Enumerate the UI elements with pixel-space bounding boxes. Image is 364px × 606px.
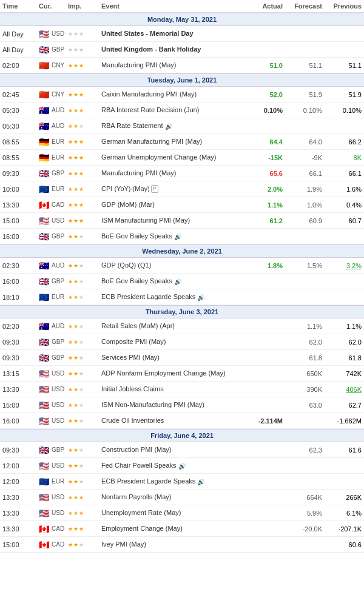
day-separator: Thursday, June 3, 2021 — [0, 305, 364, 318]
star-empty: ★ — [79, 542, 84, 548]
cell-event: Retail Sales (MoM) (Apr) — [100, 322, 248, 330]
cell-time: All Day — [1, 46, 38, 53]
cell-forecast: 62.0 — [284, 338, 323, 346]
cell-previous: 1.6% — [323, 186, 363, 193]
table-row: 15:00 🇺🇸 USD ★★★ISM Manufacturing PMI (M… — [0, 213, 364, 229]
cell-importance: ★★★ — [67, 234, 100, 240]
cell-currency: 🇺🇸 USD — [38, 385, 67, 394]
currency-code: GBP — [52, 338, 64, 345]
cell-currency: 🇬🇧 GBP — [38, 445, 67, 455]
cell-importance: ★★★ — [67, 186, 100, 192]
cell-forecast: 64.0 — [284, 138, 323, 146]
currency-code: GBP — [52, 233, 64, 240]
cell-previous: 1.1% — [323, 323, 363, 330]
cell-time: 09:30 — [1, 354, 38, 362]
cell-currency: 🇩🇪 EUR — [38, 137, 67, 147]
cell-time: 16:00 — [1, 278, 38, 285]
star-filled: ★ — [79, 107, 84, 113]
cell-currency: 🇬🇧 GBP — [38, 277, 67, 286]
star-empty: ★ — [79, 31, 84, 37]
speaker-icon: 🔊 — [174, 233, 180, 239]
star-filled: ★ — [73, 92, 78, 98]
cell-importance: ★★★ — [67, 278, 100, 284]
country-flag: 🇬🇧 — [39, 337, 49, 347]
cell-time: 12:00 — [1, 462, 38, 470]
country-flag: 🇬🇧 — [39, 232, 49, 241]
cell-time: 13:30 — [1, 494, 38, 501]
cell-time: 13:30 — [1, 201, 38, 209]
cell-previous: 0.4% — [323, 201, 363, 209]
table-row: 09:30 🇬🇧 GBP ★★★Services PMI (May)61.861… — [0, 350, 364, 366]
cell-event: ADP Nonfarm Employment Change (May) — [100, 369, 248, 377]
country-flag: 🇩🇪 — [39, 153, 49, 163]
star-filled: ★ — [68, 218, 73, 224]
cell-currency: 🇬🇧 GBP — [38, 169, 67, 178]
star-filled: ★ — [68, 107, 73, 113]
cell-currency: 🇺🇸 USD — [38, 400, 67, 410]
cell-time: 15:00 — [1, 541, 38, 548]
star-filled: ★ — [73, 263, 78, 269]
table-row: 16:00 🇺🇸 USD ★★★Crude Oil Inventories-2.… — [0, 413, 364, 429]
country-flag: 🇨🇦 — [39, 200, 49, 210]
cell-event: Composite PMI (May) — [100, 337, 248, 346]
star-filled: ★ — [68, 92, 73, 98]
cell-time: 08:55 — [1, 154, 38, 161]
star-empty: ★ — [79, 371, 84, 377]
cell-time: 18:10 — [1, 294, 38, 301]
cell-forecast: 51.1 — [284, 62, 323, 69]
star-filled: ★ — [73, 155, 78, 161]
cell-actual: 52.0 — [248, 91, 284, 98]
star-filled: ★ — [73, 139, 78, 145]
star-empty: ★ — [79, 402, 84, 408]
star-filled: ★ — [73, 202, 78, 208]
cell-actual: 1.8% — [248, 262, 284, 269]
table-row: 09:30 🇬🇧 GBP ★★★Manufacturing PMI (May)6… — [0, 166, 364, 181]
currency-code: EUR — [52, 478, 64, 485]
cell-previous: 66.1 — [323, 170, 363, 177]
star-filled: ★ — [79, 139, 84, 145]
currency-code: CNY — [52, 91, 64, 98]
cell-time: 05:30 — [1, 107, 38, 114]
star-empty: ★ — [73, 31, 78, 37]
country-flag: 🇺🇸 — [39, 461, 49, 471]
cell-currency: 🇨🇦 CAD — [38, 524, 67, 534]
country-flag: 🇺🇸 — [39, 385, 49, 394]
cell-time: 02:30 — [1, 262, 38, 269]
cell-time: 15:00 — [1, 217, 38, 224]
star-filled: ★ — [68, 170, 73, 177]
star-filled: ★ — [79, 170, 84, 177]
cell-event: Services PMI (May) — [100, 353, 248, 362]
country-flag: 🇪🇺 — [39, 184, 49, 194]
cell-forecast: 66.1 — [284, 170, 323, 177]
cell-actual: 51.0 — [248, 62, 284, 69]
cell-time: 02:30 — [1, 323, 38, 330]
calendar-body: Monday, May 31, 2021All Day 🇺🇸 USD ★★★Un… — [0, 13, 364, 553]
cell-importance: ★★★ — [67, 263, 100, 269]
cell-event: United Kingdom - Bank Holiday — [100, 45, 248, 53]
speaker-icon: 🔊 — [178, 462, 184, 468]
table-row: 13:30 🇺🇸 USD ★★★Nonfarm Payrolls (May)66… — [0, 490, 364, 505]
currency-code: GBP — [52, 170, 64, 177]
table-row: 13:30 🇺🇸 USD ★★★Unemployment Rate (May)5… — [0, 505, 364, 521]
cell-importance: ★★★ — [67, 339, 100, 345]
star-empty: ★ — [79, 123, 84, 129]
star-empty: ★ — [79, 418, 84, 424]
table-header: Time Cur. Imp. Event Actual Forecast Pre… — [0, 0, 364, 13]
table-row: All Day 🇬🇧 GBP ★★★United Kingdom - Bank … — [0, 42, 364, 58]
country-flag: 🇨🇳 — [39, 90, 49, 99]
cell-time: 02:45 — [1, 91, 38, 98]
country-flag: 🇦🇺 — [39, 106, 49, 115]
table-row: 12:00 🇺🇸 USD ★★★Fed Chair Powell Speaks … — [0, 458, 364, 474]
currency-code: AUD — [52, 107, 64, 113]
cell-currency: 🇪🇺 EUR — [38, 292, 67, 302]
currency-code: AUD — [52, 123, 64, 129]
star-filled: ★ — [79, 202, 84, 208]
cell-event: German Unemployment Change (May) — [100, 153, 248, 161]
cell-event: GDP (MoM) (Mar) — [100, 200, 248, 209]
cell-event: BoE Gov Bailey Speaks 🔊 — [100, 232, 248, 240]
star-filled: ★ — [68, 447, 73, 453]
cell-importance: ★★★ — [67, 107, 100, 113]
star-filled: ★ — [73, 542, 78, 548]
cell-event: Unemployment Rate (May) — [100, 508, 248, 517]
cell-currency: 🇪🇺 EUR — [38, 184, 67, 194]
